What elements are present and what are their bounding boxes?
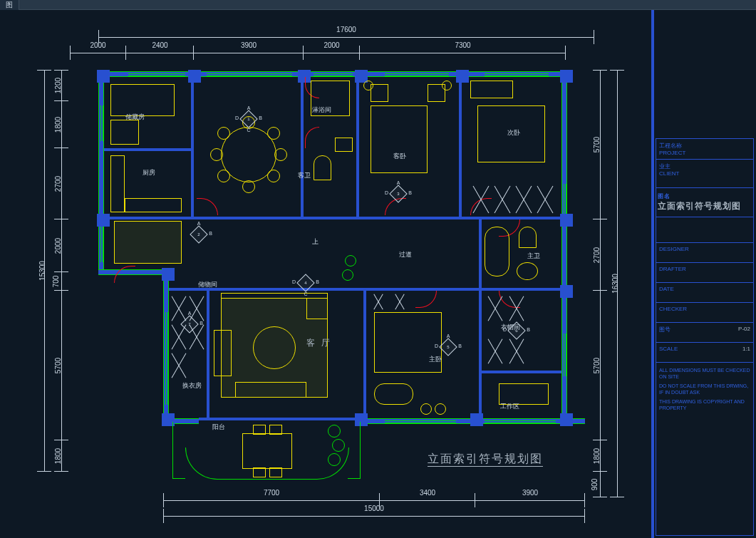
title-block: 工程名称 PROJECT 业主 CLIENT 图名 立面索引符号规划图 DESI…: [656, 138, 754, 536]
column: [97, 214, 110, 227]
dim-left-3: 2700: [51, 148, 64, 219]
room-label: 客 厅: [306, 337, 332, 349]
label-up: 上: [312, 237, 319, 247]
balcony-rail: [185, 448, 349, 480]
title-block-frame: 工程名称 PROJECT 业主 CLIENT 图名 立面索引符号规划图 DESI…: [653, 10, 756, 538]
closet: [534, 184, 556, 215]
toilet: [314, 155, 331, 180]
dim-bot-3: 3900: [475, 490, 585, 503]
closet: [513, 184, 534, 215]
closet: [485, 337, 506, 366]
tb-project: 工程名称 PROJECT: [656, 139, 753, 160]
wall: [199, 418, 359, 420]
cad-viewport[interactable]: 图 工程名称 PROJECT 业主 CLIENT 图名 立面索引符号规划图 DE…: [0, 0, 756, 538]
chair: [267, 170, 280, 182]
room-label: 阳台: [212, 423, 225, 432]
wall: [459, 76, 462, 218]
elevation-symbol: 2 A B: [192, 228, 205, 241]
column: [560, 285, 573, 298]
stool: [420, 403, 432, 415]
plant: [345, 255, 356, 267]
drawing-tab[interactable]: 图: [0, 0, 19, 10]
window: [314, 71, 353, 77]
chair: [274, 148, 287, 161]
column: [97, 70, 110, 83]
dim-right-3: 5700: [590, 291, 603, 440]
closet: [389, 293, 410, 311]
carpet: [114, 221, 182, 264]
armchair: [306, 298, 328, 319]
chair: [269, 425, 282, 435]
floor-plan: 17600 2000 2400 3900 2000 7300 7700: [0, 13, 648, 538]
column: [188, 70, 201, 83]
lamp: [363, 81, 373, 90]
furniture: [110, 155, 125, 212]
furniture: [110, 84, 175, 116]
window: [485, 71, 549, 77]
closet: [506, 337, 527, 366]
dim-top-1: 2000: [70, 43, 126, 56]
sink: [335, 138, 353, 152]
room-label: 过道: [399, 250, 412, 259]
closet: [492, 184, 513, 215]
tab-bar: 图: [0, 0, 756, 10]
tb-blank1: [656, 217, 753, 243]
wall: [356, 76, 359, 218]
closet: [470, 184, 492, 215]
dim-right-2: 2700: [590, 219, 603, 291]
wall: [104, 148, 192, 151]
tb-notes: ALL DIMENSIONS MUST BE CHECKED ON SITE D…: [656, 363, 753, 416]
wall: [479, 291, 482, 419]
elevation-symbol: 4 D B C: [299, 276, 312, 289]
balcony-edge: [172, 422, 185, 479]
room-label: 换衣房: [182, 381, 202, 390]
window: [128, 71, 185, 77]
window: [385, 418, 456, 424]
dim-top-2: 2400: [126, 43, 194, 56]
wall: [479, 219, 482, 291]
lamp: [442, 81, 452, 90]
bathtub: [485, 227, 509, 276]
room-label: 客卫: [298, 171, 311, 180]
room-label: 厨房: [143, 168, 155, 177]
balcony-edge: [348, 422, 361, 479]
furniture: [125, 198, 182, 212]
bed: [371, 105, 428, 173]
chair: [253, 425, 266, 435]
window: [485, 418, 556, 424]
sofa: [214, 330, 232, 376]
door: [114, 266, 135, 283]
wall: [482, 371, 561, 373]
elevation-symbol: 5 A D B: [442, 341, 455, 353]
tb-drawing-title: 图名 立面索引符号规划图: [656, 188, 753, 217]
chair: [210, 148, 223, 161]
dim-left-5: 700: [51, 272, 64, 291]
plant: [342, 269, 353, 281]
furniture: [110, 120, 139, 145]
door: [197, 198, 218, 215]
plant: [328, 425, 341, 438]
dim-bot-1: 7700: [163, 490, 380, 503]
wall: [98, 71, 104, 222]
stool: [435, 403, 446, 415]
closet: [485, 294, 506, 323]
dim-left-2: 1800: [51, 101, 64, 148]
dim-left-7: 1800: [51, 440, 64, 472]
chaise: [374, 383, 413, 405]
dim-left-6: 5700: [51, 291, 64, 440]
window: [561, 333, 567, 376]
chair: [242, 180, 255, 193]
coffee-table: [253, 326, 296, 369]
room-label: 储物间: [198, 280, 217, 289]
tb-checker: CHECKER: [656, 303, 753, 323]
elevation-symbol: 3 A D B: [392, 187, 405, 200]
room-label: 淋浴间: [312, 105, 331, 115]
wall: [207, 291, 209, 419]
room-label: 主卫: [527, 252, 540, 261]
tb-date: DATE: [656, 283, 753, 303]
tb-drawing-no: 图号 P-02: [656, 323, 753, 343]
closet: [170, 351, 187, 380]
dim-top-overall: 17600: [98, 27, 594, 40]
dim-bot-2: 3400: [380, 490, 475, 503]
room-label: 工作区: [500, 402, 519, 411]
